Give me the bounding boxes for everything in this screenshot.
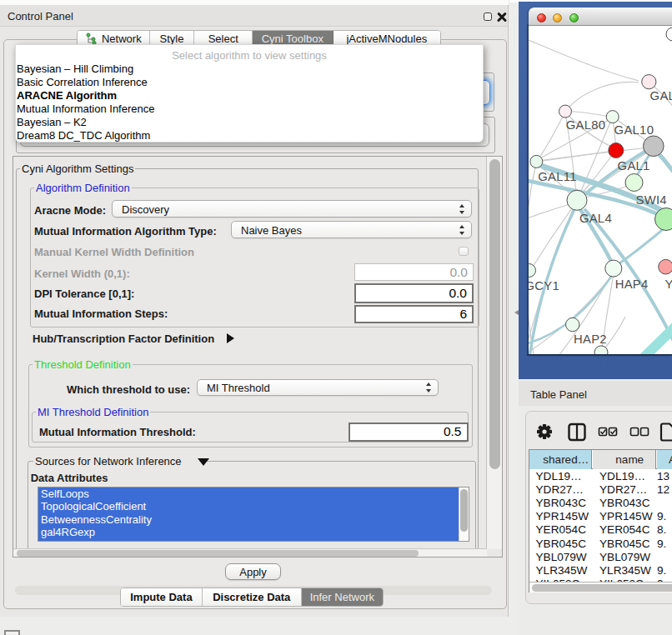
svg-text:GAL1: GAL1 [618,159,650,172]
svg-text:HAP2: HAP2 [574,332,607,346]
svg-text:GAL80: GAL80 [566,118,606,132]
svg-text:GAL10: GAL10 [614,123,654,137]
svg-text:YM: YM [665,278,672,291]
svg-text:GAL11: GAL11 [538,170,576,183]
svg-text:GCY1: GCY1 [529,279,559,292]
svg-text:HAP4: HAP4 [615,278,649,291]
svg-text:GAL4: GAL4 [579,212,612,225]
svg-text:SWI4: SWI4 [636,193,667,207]
svg-text:GAL7: GAL7 [650,89,672,102]
